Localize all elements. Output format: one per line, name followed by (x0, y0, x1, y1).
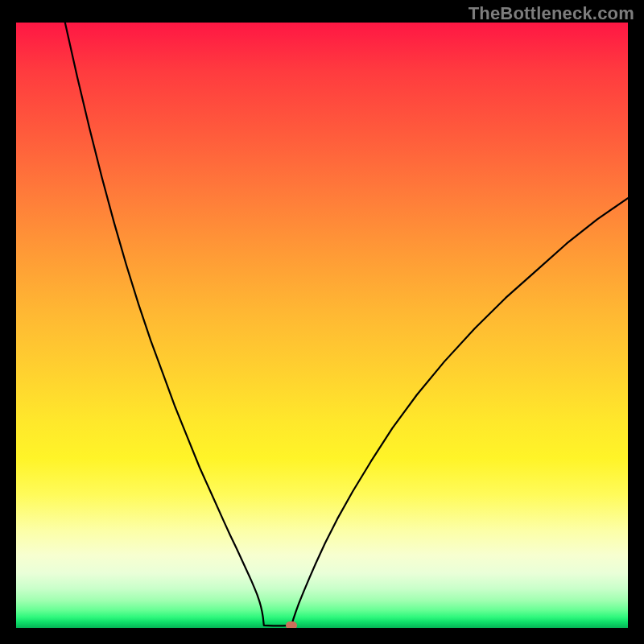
chart-frame: TheBottleneck.com (0, 0, 644, 644)
watermark-text: TheBottleneck.com (469, 3, 634, 24)
optimal-point-marker (286, 621, 297, 628)
plot-area (16, 23, 628, 628)
bottleneck-curve (16, 23, 628, 628)
